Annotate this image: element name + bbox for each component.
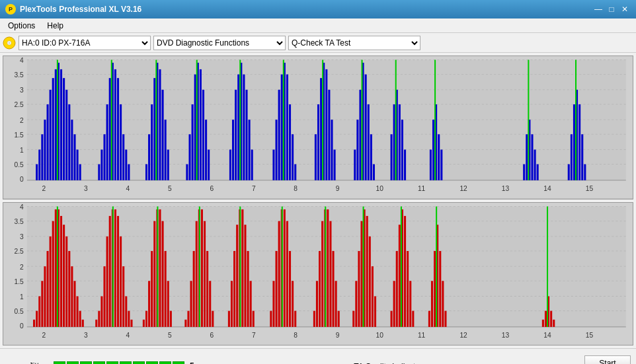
svg-text:10: 10 [376, 331, 383, 339]
svg-rect-190 [38, 296, 40, 326]
svg-rect-309 [545, 310, 547, 326]
function-select[interactable]: DVD Diagnostic Functions [153, 36, 286, 50]
svg-rect-270 [316, 281, 318, 327]
svg-text:3: 3 [84, 331, 88, 339]
svg-text:5: 5 [168, 331, 172, 339]
svg-rect-235 [184, 319, 186, 326]
svg-rect-275 [329, 221, 331, 326]
disc-icon [3, 36, 16, 50]
svg-rect-140 [526, 134, 528, 180]
svg-rect-42 [50, 90, 52, 180]
svg-rect-252 [241, 209, 243, 326]
svg-rect-68 [145, 164, 147, 180]
ta-quality-label: TA Quality Indicator: [354, 362, 424, 365]
svg-rect-95 [249, 120, 251, 180]
svg-rect-195 [52, 221, 54, 326]
svg-text:14: 14 [543, 331, 551, 339]
window-controls: — □ ✕ [592, 3, 631, 15]
svg-rect-205 [79, 310, 81, 326]
jitter-block-6 [120, 361, 132, 365]
svg-rect-75 [165, 120, 167, 180]
svg-rect-217 [120, 236, 122, 326]
svg-rect-56 [100, 149, 102, 180]
svg-text:4: 4 [126, 331, 130, 339]
svg-text:3.5: 3.5 [14, 217, 23, 225]
svg-rect-94 [245, 90, 247, 180]
jitter-block-3 [80, 361, 92, 365]
svg-rect-126 [391, 134, 393, 180]
jitter-block-2 [67, 361, 79, 365]
svg-text:9: 9 [336, 331, 340, 339]
svg-rect-139 [523, 164, 525, 180]
svg-rect-209 [98, 310, 100, 326]
svg-rect-249 [233, 250, 235, 326]
svg-text:9: 9 [336, 184, 340, 192]
device-selector-area: HA:0 ID:0 PX-716A [3, 36, 151, 50]
bottom-panel: Jitter: 5 Peak Shift: [0, 348, 636, 364]
svg-text:11: 11 [418, 331, 425, 339]
svg-text:7: 7 [252, 331, 256, 339]
svg-rect-58 [106, 104, 108, 180]
svg-rect-306 [444, 310, 446, 326]
svg-rect-199 [63, 225, 65, 327]
svg-text:11: 11 [418, 184, 425, 192]
minimize-button[interactable]: — [592, 3, 604, 15]
svg-rect-123 [370, 134, 372, 180]
svg-rect-112 [325, 69, 327, 180]
svg-rect-118 [356, 120, 358, 180]
svg-rect-96 [251, 149, 253, 180]
svg-rect-71 [153, 78, 155, 180]
svg-rect-48 [65, 90, 67, 180]
svg-rect-272 [321, 221, 323, 326]
svg-text:10: 10 [376, 184, 383, 192]
device-select[interactable]: HA:0 ID:0 PX-716A [19, 36, 151, 50]
svg-rect-64 [122, 134, 124, 180]
svg-rect-312 [553, 319, 555, 326]
svg-rect-47 [63, 78, 65, 180]
svg-rect-226 [151, 250, 153, 326]
svg-rect-191 [41, 281, 43, 327]
svg-text:0.5: 0.5 [14, 161, 23, 168]
start-button[interactable]: Start [584, 355, 631, 365]
svg-rect-280 [352, 310, 354, 326]
svg-rect-46 [60, 69, 62, 180]
jitter-bar [54, 361, 184, 365]
svg-rect-265 [289, 250, 291, 326]
close-button[interactable]: ✕ [619, 3, 631, 15]
toolbar: HA:0 ID:0 PX-716A DVD Diagnostic Functio… [0, 33, 636, 53]
svg-rect-110 [320, 78, 322, 180]
menu-help[interactable]: Help [42, 20, 69, 32]
jitter-block-10 [173, 361, 184, 365]
svg-rect-264 [286, 221, 288, 326]
svg-rect-81 [194, 75, 196, 180]
svg-rect-256 [253, 310, 255, 326]
svg-rect-59 [109, 78, 111, 180]
svg-text:1: 1 [20, 146, 24, 154]
svg-text:8: 8 [294, 331, 298, 339]
svg-rect-271 [319, 250, 321, 326]
svg-rect-263 [284, 209, 286, 326]
svg-rect-301 [431, 281, 433, 327]
svg-rect-241 [201, 209, 203, 326]
svg-text:2: 2 [20, 116, 24, 124]
svg-rect-114 [331, 120, 333, 180]
svg-text:2.5: 2.5 [14, 246, 23, 254]
svg-rect-215 [114, 209, 116, 326]
svg-text:3: 3 [20, 232, 24, 240]
svg-rect-211 [104, 266, 106, 327]
test-select[interactable]: Q-Check TA Test [288, 36, 420, 50]
svg-text:3: 3 [84, 184, 88, 192]
svg-text:2: 2 [42, 331, 46, 339]
main-content: 4 3.5 3 2.5 2 1.5 1 0.5 0 2 3 4 5 6 7 8 … [0, 53, 636, 348]
menu-options[interactable]: Options [3, 20, 40, 32]
svg-rect-117 [354, 149, 356, 180]
jitter-value: 5 [190, 361, 194, 365]
svg-rect-196 [55, 209, 57, 326]
svg-rect-142 [531, 134, 533, 180]
maximize-button[interactable]: □ [606, 3, 617, 15]
svg-rect-133 [430, 149, 432, 180]
svg-rect-292 [396, 250, 398, 326]
svg-rect-201 [68, 250, 70, 326]
svg-text:15: 15 [586, 331, 593, 339]
svg-rect-85 [205, 120, 207, 180]
